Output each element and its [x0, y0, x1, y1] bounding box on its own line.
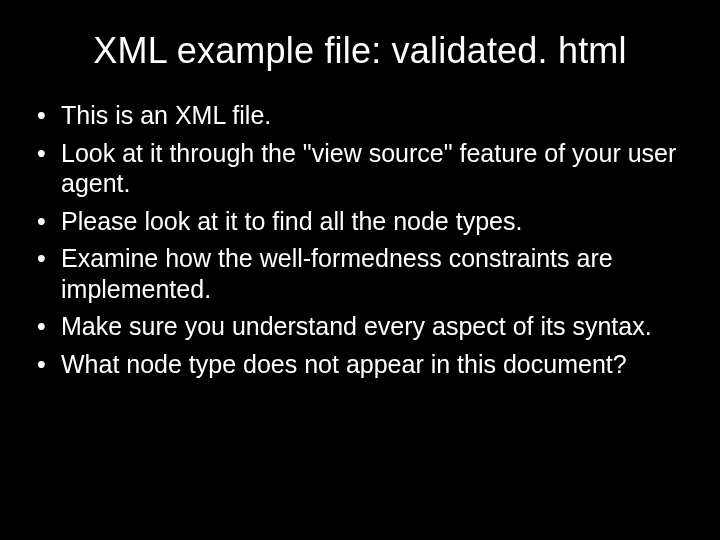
- list-item: Please look at it to find all the node t…: [35, 206, 685, 237]
- list-item: This is an XML file.: [35, 100, 685, 131]
- list-item: Examine how the well-formedness constrai…: [35, 243, 685, 304]
- list-item: Look at it through the "view source" fea…: [35, 138, 685, 199]
- list-item: What node type does not appear in this d…: [35, 349, 685, 380]
- bullet-list: This is an XML file. Look at it through …: [35, 100, 685, 379]
- list-item: Make sure you understand every aspect of…: [35, 311, 685, 342]
- slide-title: XML example file: validated. html: [35, 30, 685, 72]
- slide: XML example file: validated. html This i…: [0, 0, 720, 540]
